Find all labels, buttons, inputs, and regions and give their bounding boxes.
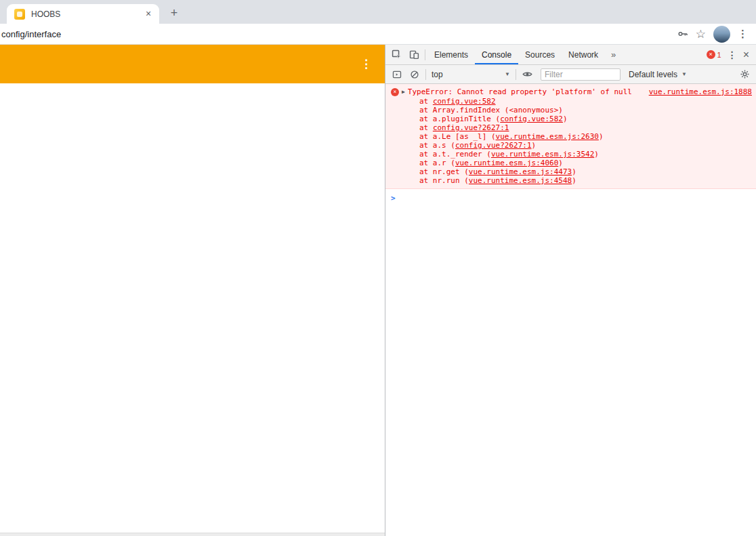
settings-gear-icon[interactable]: [736, 66, 753, 83]
stack-frame-text: at nr.get (: [419, 167, 469, 176]
source-link[interactable]: config.vue:582: [433, 97, 496, 106]
more-tabs-icon[interactable]: »: [605, 49, 622, 60]
browser-tab[interactable]: HOOBS ×: [7, 4, 159, 24]
stack-frame: at Array.findIndex (<anonymous>): [391, 106, 752, 115]
console-error-entry: × ▶ TypeError: Cannot read property 'pla…: [385, 84, 756, 189]
source-link[interactable]: config.vue?2627:1: [433, 123, 509, 132]
tab-console[interactable]: Console: [475, 45, 518, 64]
error-icon: ×: [391, 88, 399, 96]
stack-frame-text: at Array.findIndex (<anonymous>): [419, 106, 563, 115]
source-link[interactable]: vue.runtime.esm.js:3542: [491, 150, 594, 159]
stack-frame-text: at nr.run (: [419, 176, 469, 185]
page-header: ⋮: [0, 45, 385, 83]
stack-frame-text: ): [558, 159, 563, 167]
stack-frame: at a.t._render (vue.runtime.esm.js:3542): [391, 150, 752, 159]
stack-trace: at config.vue:582at Array.findIndex (<an…: [391, 97, 752, 185]
tab-strip: HOOBS × +: [0, 0, 756, 24]
new-tab-button[interactable]: +: [165, 4, 183, 22]
context-selector[interactable]: top ▼: [428, 70, 513, 79]
stack-frame-text: ): [572, 176, 576, 185]
stack-frame-text: at a.pluginTitle (: [419, 115, 500, 123]
stack-frame-text: ): [599, 132, 604, 141]
stack-frame: at a.s (config.vue?2627:1): [391, 141, 752, 150]
horizontal-scrollbar[interactable]: [0, 533, 385, 536]
devtools-tabbar: Elements Console Sources Network » × 1 ⋮…: [385, 45, 756, 65]
divider: [425, 49, 425, 60]
log-levels-dropdown[interactable]: Default levels ▼: [629, 70, 687, 79]
source-link[interactable]: vue.runtime.esm.js:2630: [496, 132, 599, 141]
address-bar-actions: ☆ ⋮: [677, 26, 748, 43]
source-link[interactable]: vue.runtime.esm.js:4548: [469, 176, 572, 185]
stack-frame: at nr.run (vue.runtime.esm.js:4548): [391, 176, 752, 185]
expand-caret-icon[interactable]: ▶: [402, 87, 405, 97]
devtools-right-controls: × 1 ⋮ ×: [707, 49, 754, 61]
stack-frame: at a.r (vue.runtime.esm.js:4060): [391, 159, 752, 167]
stack-frame: at config.vue:582: [391, 97, 752, 106]
filter-input[interactable]: [541, 68, 621, 81]
browser-window: HOOBS × + config/interface ☆ ⋮ ⋮: [0, 0, 756, 536]
eye-icon[interactable]: [518, 66, 536, 83]
page-body: [0, 83, 385, 533]
stack-frame-text: at: [419, 123, 433, 132]
bookmark-star-icon[interactable]: ☆: [696, 28, 706, 40]
stack-frame-text: ): [532, 141, 537, 150]
stack-frame: at config.vue?2627:1: [391, 123, 752, 132]
source-link[interactable]: config.vue:582: [500, 115, 563, 123]
error-message: TypeError: Cannot read property 'platfor…: [408, 87, 632, 97]
tab-close-icon[interactable]: ×: [143, 9, 154, 20]
error-icon: ×: [707, 50, 715, 59]
hoobs-favicon: [14, 9, 25, 20]
divider: [516, 69, 516, 80]
context-selector-value: top: [432, 70, 443, 79]
key-icon[interactable]: [677, 28, 688, 39]
log-levels-label: Default levels: [629, 70, 677, 79]
tab-sources[interactable]: Sources: [518, 45, 562, 64]
stack-frame-text: at a.r (: [419, 159, 455, 167]
tab-title: HOOBS: [31, 9, 143, 19]
source-link[interactable]: config.vue?2627:1: [455, 141, 532, 150]
source-link[interactable]: vue.runtime.esm.js:4473: [469, 167, 572, 176]
stack-frame: at nr.get (vue.runtime.esm.js:4473): [391, 167, 752, 176]
stack-frame-text: ): [572, 167, 576, 176]
console-output: × ▶ TypeError: Cannot read property 'pla…: [385, 84, 756, 536]
devtools-close-icon[interactable]: ×: [743, 49, 749, 61]
stack-frame: at a.Le [as _l] (vue.runtime.esm.js:2630…: [391, 132, 752, 141]
content-area: ⋮ Elements Console Sources Network »: [0, 45, 756, 536]
inspect-element-icon[interactable]: [387, 47, 405, 63]
chevron-down-icon: ▼: [505, 71, 510, 77]
devtools-menu-icon[interactable]: ⋮: [728, 49, 737, 60]
tab-network[interactable]: Network: [562, 45, 605, 64]
error-count: 1: [717, 51, 721, 59]
error-message-row: × ▶ TypeError: Cannot read property 'pla…: [391, 87, 752, 97]
stack-frame-text: at a.t._render (: [419, 150, 491, 159]
console-prompt[interactable]: >: [385, 189, 756, 207]
source-link[interactable]: vue.runtime.esm.js:1888: [642, 87, 752, 97]
console-toolbar: top ▼ Default levels ▼: [385, 65, 756, 84]
address-bar: config/interface ☆ ⋮: [0, 24, 756, 45]
stack-frame-text: at: [419, 97, 433, 106]
address-input[interactable]: config/interface: [0, 29, 677, 39]
tab-elements[interactable]: Elements: [427, 45, 475, 64]
source-link[interactable]: vue.runtime.esm.js:4060: [455, 159, 558, 167]
profile-avatar[interactable]: [713, 26, 730, 43]
clear-console-icon[interactable]: [406, 66, 423, 83]
device-toolbar-icon[interactable]: [405, 47, 423, 63]
browser-menu-icon[interactable]: ⋮: [738, 28, 748, 40]
error-count-badge[interactable]: × 1: [707, 50, 721, 59]
devtools-panel: Elements Console Sources Network » × 1 ⋮…: [385, 45, 756, 536]
page-menu-icon[interactable]: ⋮: [360, 57, 372, 71]
stack-frame-text: at a.Le [as _l] (: [419, 132, 496, 141]
chevron-down-icon: ▼: [681, 71, 687, 77]
console-sidebar-icon[interactable]: [388, 66, 406, 83]
stack-frame: at a.pluginTitle (config.vue:582): [391, 115, 752, 123]
stack-frame-text: ): [594, 150, 599, 159]
stack-frame-text: at a.s (: [419, 141, 455, 150]
divider: [425, 69, 426, 80]
prompt-chevron-icon: >: [391, 194, 396, 203]
stack-frame-text: ): [563, 115, 568, 123]
page-viewport: ⋮: [0, 45, 385, 536]
